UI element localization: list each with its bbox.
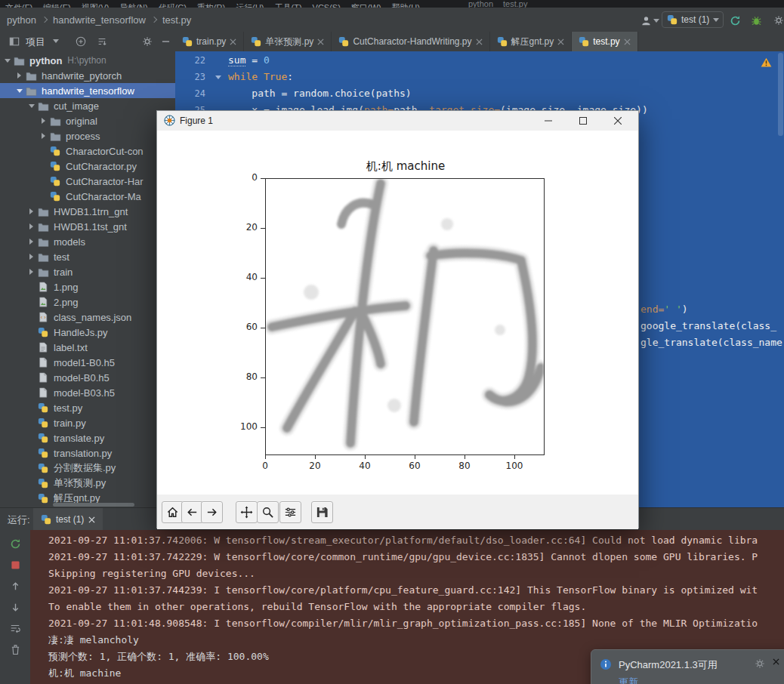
breadcrumb-item[interactable]: handwrite_tensorflow (51, 14, 148, 26)
tree-item[interactable]: models (0, 234, 175, 249)
rerun-icon[interactable] (728, 14, 742, 27)
close-icon[interactable] (230, 39, 236, 45)
tree-item[interactable]: HWDB1.1tst_gnt (0, 219, 175, 234)
stop-icon[interactable] (8, 557, 23, 572)
project-panel-title[interactable]: 项目 (26, 35, 45, 49)
maximize-button[interactable] (566, 111, 600, 131)
chevron-right-icon[interactable] (29, 223, 33, 230)
tree-item[interactable]: handwrite_pytorch (0, 68, 175, 83)
menu-item[interactable]: 文件(F) (0, 0, 38, 8)
back-button[interactable] (181, 501, 203, 523)
tree-item[interactable]: translation.py (0, 445, 175, 461)
tree-item[interactable]: pythonH:\python (0, 53, 175, 68)
chevron-down-icon[interactable] (5, 59, 11, 63)
soft-wrap-icon[interactable] (8, 621, 23, 636)
menu-item[interactable]: 视图(V) (76, 0, 115, 8)
close-icon[interactable] (88, 516, 95, 523)
save-button[interactable] (311, 501, 333, 523)
gear-icon[interactable] (755, 658, 765, 669)
tree-item[interactable]: train (0, 264, 175, 279)
minimize-button[interactable] (531, 111, 566, 131)
code-line[interactable]: 23while True: (175, 69, 778, 86)
project-window-icon[interactable] (9, 36, 20, 47)
chevron-right-icon[interactable] (42, 118, 45, 124)
rerun-icon[interactable] (8, 536, 23, 551)
run-configuration-selector[interactable]: test (1) (662, 11, 724, 28)
editor-tab[interactable]: 单张预测.py (244, 32, 332, 51)
zoom-button[interactable] (257, 501, 279, 523)
figure-titlebar[interactable]: Figure 1 (157, 111, 638, 131)
tree-item[interactable]: CutCharactor-Ma (0, 189, 175, 204)
close-icon[interactable] (773, 658, 779, 665)
tree-item[interactable]: 分割数据集.py (0, 461, 175, 476)
tree-item[interactable]: class_names.json (0, 310, 175, 325)
tree-item[interactable]: model-B0.h5 (0, 370, 175, 385)
menu-item[interactable]: 编辑(E) (38, 0, 76, 8)
hide-panel-minus-icon[interactable] (162, 40, 170, 43)
pan-button[interactable] (236, 501, 258, 523)
tree-item[interactable]: CutCharactor-Har (0, 174, 175, 189)
tree-item[interactable]: CutCharactor.py (0, 159, 175, 174)
tree-item[interactable]: test.py (0, 400, 175, 415)
tree-item[interactable]: original (0, 113, 175, 128)
tree-item[interactable]: 1.png (0, 279, 175, 294)
close-icon[interactable] (624, 39, 631, 45)
debug-bug-icon[interactable] (749, 14, 763, 27)
tree-item[interactable]: CharactorCut-con (0, 143, 175, 159)
tree-item[interactable]: test (0, 249, 175, 264)
down-icon[interactable] (8, 599, 23, 615)
figure-window[interactable]: Figure 1 机:机 machine (156, 110, 639, 528)
notification-update-link[interactable]: 更新 (619, 676, 638, 684)
tree-item[interactable]: translate.py (0, 430, 175, 445)
forward-button[interactable] (201, 501, 223, 523)
tree-item[interactable]: 单张预测.py (0, 476, 175, 491)
editor-tab[interactable]: CutCharactor-HandWriting.py (332, 32, 489, 51)
chevron-right-icon[interactable] (29, 269, 33, 275)
tree-item[interactable]: train.py (0, 415, 175, 430)
chevron-right-icon[interactable] (29, 239, 33, 245)
breadcrumb-item[interactable]: test.py (160, 14, 193, 26)
locate-file-icon[interactable] (76, 36, 86, 47)
menu-item[interactable]: 窗口(W) (346, 0, 387, 8)
close-icon[interactable] (317, 39, 324, 45)
project-tree-panel[interactable]: pythonH:\pythonhandwrite_pytorchhandwrit… (0, 51, 175, 507)
home-button[interactable] (162, 501, 184, 523)
sort-icon[interactable] (97, 36, 107, 47)
tree-item[interactable]: HWDB1.1trn_gnt (0, 204, 175, 219)
tree-item[interactable]: process (0, 128, 175, 143)
clear-icon[interactable] (8, 642, 23, 657)
menu-item[interactable]: 帮助(H) (387, 0, 425, 8)
chevron-down-icon[interactable] (17, 89, 23, 93)
editor-tab[interactable]: 解压gnt.py (490, 32, 573, 51)
breadcrumb-item[interactable]: python (5, 14, 39, 26)
tree-item[interactable]: cut_image (0, 98, 175, 113)
close-icon[interactable] (557, 39, 564, 45)
inspections-warning-icon[interactable] (761, 57, 772, 67)
close-button[interactable] (600, 111, 635, 131)
editor-tab[interactable]: test.py (572, 32, 637, 51)
menu-item[interactable]: 运行(U) (230, 0, 269, 8)
tree-item[interactable]: handwrite_tensorflow (0, 83, 175, 98)
notification-popup[interactable]: PyCharm2021.1.3可用 更新 (591, 649, 784, 684)
fold-arrow-icon[interactable] (215, 75, 221, 79)
chevron-right-icon[interactable] (42, 133, 45, 139)
user-icon[interactable] (639, 14, 653, 27)
menu-item[interactable]: 重构(R) (192, 0, 230, 8)
chevron-down-icon[interactable] (53, 39, 59, 43)
tree-item[interactable]: label.txt (0, 340, 175, 355)
tree-item[interactable]: HandleJs.py (0, 325, 175, 340)
chevron-down-icon[interactable] (29, 104, 35, 108)
chevron-down-icon[interactable] (653, 14, 660, 27)
chevron-right-icon[interactable] (17, 72, 21, 79)
horizontal-scrollbar[interactable] (53, 503, 134, 507)
code-line[interactable]: 24 path = random.choice(paths) (175, 86, 778, 103)
code-line[interactable]: 22sum = 0 (175, 53, 778, 69)
up-icon[interactable] (8, 578, 23, 593)
chevron-right-icon[interactable] (29, 254, 33, 260)
tree-item[interactable]: model1-B0.h5 (0, 355, 175, 370)
tree-item[interactable]: 2.png (0, 294, 175, 310)
run-tab[interactable]: test (1) (33, 508, 103, 531)
configure-button[interactable] (279, 501, 301, 523)
menu-item[interactable]: 工具(T) (270, 0, 307, 8)
gear-icon[interactable] (772, 14, 784, 27)
